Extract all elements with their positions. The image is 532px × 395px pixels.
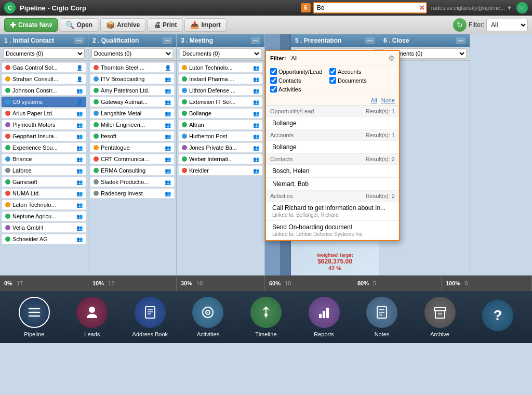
refresh-button[interactable]: ↻ xyxy=(453,18,467,32)
nav-item-help[interactable]: ? xyxy=(477,300,518,334)
list-item[interactable]: Langshire Metal👥 xyxy=(90,108,175,118)
list-item[interactable]: Itesoft👥 xyxy=(90,131,175,141)
list-item[interactable]: ERMA Consulting👥 xyxy=(90,165,175,176)
group-icon: 👥 xyxy=(76,122,83,128)
list-item[interactable]: Radeberg Invest👥 xyxy=(90,188,175,199)
list-item[interactable]: Schneider AG👥 xyxy=(2,234,86,244)
list-item[interactable]: Hutherton Post👥 xyxy=(178,131,263,141)
list-item[interactable]: Miller Engineeri...👥 xyxy=(90,120,175,130)
search-input[interactable] xyxy=(313,2,427,14)
docs-select-initial[interactable]: Documents (0) xyxy=(3,48,85,59)
nav-item-pipeline[interactable]: Pipeline xyxy=(14,297,55,337)
collapse-qualification-btn[interactable]: — xyxy=(163,37,172,44)
list-item[interactable]: Luton Technolo...👥 xyxy=(2,200,86,210)
cb-contacts[interactable] xyxy=(270,77,277,84)
docs-bar-initial: Documents (0) xyxy=(0,47,88,61)
group-icon: 👥 xyxy=(253,156,259,162)
search-clear-icon[interactable]: ✕ xyxy=(419,4,425,12)
list-item[interactable]: Velia GmbH👥 xyxy=(2,222,86,233)
list-item[interactable]: ITV Broadcasting👥 xyxy=(90,74,175,84)
open-button[interactable]: 🔍 Open xyxy=(60,18,98,32)
list-item[interactable]: Gas Control Sol...👤 xyxy=(2,62,86,73)
list-item[interactable]: G9 systems👤 xyxy=(2,97,86,107)
search-badge: 6 xyxy=(301,3,311,12)
checkbox-contacts[interactable]: Contacts xyxy=(270,77,327,84)
collapse-initial-btn[interactable]: — xyxy=(74,37,84,44)
checkbox-opportunity[interactable]: Opportunity/Lead xyxy=(270,68,327,75)
checkbox-documents[interactable]: Documents xyxy=(329,77,387,84)
group-icon: 👥 xyxy=(76,225,83,231)
list-item[interactable]: Briance👥 xyxy=(2,154,86,164)
print-button[interactable]: 🖨 Print xyxy=(148,18,182,32)
nav-item-reports[interactable]: Reports xyxy=(303,297,345,337)
search-result-bollange-opp[interactable]: Bollange xyxy=(266,117,399,130)
progress-10: 10% 12 xyxy=(88,275,177,291)
list-item[interactable]: Amy Patetrson Ltd.👥 xyxy=(90,85,175,96)
list-item[interactable]: Experience Sou...👥 xyxy=(2,142,86,153)
import-button[interactable]: 📥 Import xyxy=(184,18,226,32)
list-item[interactable]: Luton Technolo...👥 xyxy=(178,62,263,73)
cb-accounts[interactable] xyxy=(329,68,336,75)
list-item[interactable]: Johnson Constr...👥 xyxy=(2,85,86,96)
nav-item-activities[interactable]: Activities xyxy=(187,297,229,337)
list-item[interactable]: Pentalogue👥 xyxy=(90,142,175,153)
cb-documents[interactable] xyxy=(329,77,336,84)
item-dot xyxy=(94,111,99,116)
group-icon: 👥 xyxy=(165,122,171,128)
svg-rect-12 xyxy=(319,314,322,318)
all-button[interactable]: All xyxy=(370,97,377,103)
list-item[interactable]: Instant Pharma ...👥 xyxy=(178,74,263,84)
checkbox-accounts[interactable]: Accounts xyxy=(329,68,387,75)
nav-item-leads[interactable]: Leads xyxy=(71,297,113,337)
user-info[interactable]: radoslav.ciglansky@uptime... ▼ xyxy=(431,5,512,11)
search-result-bollange-acc[interactable]: Bollange xyxy=(266,141,399,154)
list-item[interactable]: Plymouth Motors👥 xyxy=(2,120,86,130)
collapse-close-btn[interactable]: — xyxy=(456,37,466,44)
list-item[interactable]: Gateway Autmat...👥 xyxy=(90,97,175,107)
cart-icon[interactable]: 🛒 xyxy=(516,2,528,14)
filter-select[interactable]: All xyxy=(486,19,528,31)
list-item[interactable]: Laforce👥 xyxy=(2,165,86,176)
list-item[interactable]: Gamesoft👥 xyxy=(2,177,86,187)
item-dot xyxy=(5,179,10,185)
filter-gear-icon[interactable]: ⚙ xyxy=(388,54,395,62)
list-item[interactable]: Neptune Agricu...👥 xyxy=(2,211,86,221)
list-item[interactable]: Bollange👥 xyxy=(178,108,263,118)
list-item[interactable]: Thornton Steel ...👤 xyxy=(90,62,175,73)
search-result-call-richard[interactable]: Call Richard to get information about In… xyxy=(266,202,399,221)
list-item[interactable]: Extension IT Ser...👥 xyxy=(178,97,263,107)
search-result-onboarding[interactable]: Send On-boarding document Linked to: Lit… xyxy=(266,221,399,240)
checkbox-activities[interactable]: Activities xyxy=(270,86,327,93)
archive-button[interactable]: 📦 Archive xyxy=(100,18,145,32)
cb-opportunity[interactable] xyxy=(270,68,277,75)
list-item[interactable]: Arius Paper Ltd.👥 xyxy=(2,108,86,118)
cb-activities[interactable] xyxy=(270,86,277,93)
list-item[interactable]: CRT Communica...👥 xyxy=(90,154,175,164)
all-none-row: All None xyxy=(266,95,399,106)
none-button[interactable]: None xyxy=(381,97,395,103)
list-item[interactable]: Sladek Productio...👥 xyxy=(90,177,175,187)
search-result-niemart-bob[interactable]: Niemart, Bob xyxy=(266,178,399,191)
collapse-meeting-btn[interactable]: — xyxy=(251,37,260,44)
nav-item-notes[interactable]: Notes xyxy=(361,297,403,337)
create-new-button[interactable]: ✚ Create New xyxy=(4,18,58,32)
list-item[interactable]: Altran👥 xyxy=(178,120,263,130)
docs-select-meeting[interactable]: Documents (0) xyxy=(180,48,261,59)
list-item[interactable]: Gepphart Insura...👥 xyxy=(2,131,86,141)
list-item[interactable]: NUMA Ltd.👥 xyxy=(2,188,86,199)
list-item[interactable]: Weber Internati...👥 xyxy=(178,154,263,164)
item-dot xyxy=(5,99,10,104)
search-result-bosch-helen[interactable]: Bosch, Helen xyxy=(266,165,399,178)
list-item[interactable]: Jones Private Ba...👥 xyxy=(178,142,263,153)
nav-item-addressbook[interactable]: Address Book xyxy=(129,297,171,337)
open-icon: 🔍 xyxy=(65,21,74,29)
stage-header-presentation: 5 . Presentation — xyxy=(291,34,379,47)
docs-select-qualification[interactable]: Documents (0) xyxy=(91,48,173,59)
collapse-presentation-btn[interactable]: — xyxy=(365,37,375,44)
nav-item-archive[interactable]: Archive xyxy=(419,297,461,337)
list-item[interactable]: Kreidler👥 xyxy=(178,165,263,176)
list-item[interactable]: Lithton Defense ...👥 xyxy=(178,85,263,96)
nav-item-timeline[interactable]: Timeline xyxy=(245,297,287,337)
list-item[interactable]: Strahan Consult...👤 xyxy=(2,74,86,84)
item-dot xyxy=(5,168,10,173)
